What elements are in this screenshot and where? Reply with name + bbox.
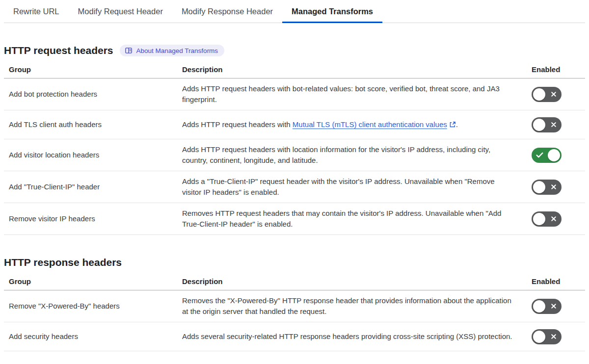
- group-cell: Remove visitor IP headers: [4, 203, 182, 235]
- row-add-tls-client-auth-headers: Add TLS client auth headers Adds HTTP re…: [4, 110, 585, 139]
- toggle-add-bot-protection-headers[interactable]: [532, 87, 562, 102]
- description-text: .: [456, 120, 458, 129]
- row-add-true-client-ip-header: Add "True-Client-IP" header Adds a "True…: [4, 171, 585, 203]
- toggle-add-visitor-location-headers[interactable]: [532, 148, 562, 163]
- tab-modify-request-header[interactable]: Modify Request Header: [69, 0, 172, 23]
- toggle-add-security-headers[interactable]: [532, 329, 562, 344]
- toggle-remove-x-powered-by-headers[interactable]: [532, 299, 562, 314]
- description-text: Adds HTTP request headers with: [182, 120, 293, 129]
- toggle-cell: [532, 78, 585, 110]
- tab-bar: Rewrite URLModify Request HeaderModify R…: [4, 0, 585, 23]
- toggle-cell: [532, 203, 585, 235]
- row-add-visitor-location-headers: Add visitor location headers Adds HTTP r…: [4, 139, 585, 171]
- managed-transforms-page: Rewrite URLModify Request HeaderModify R…: [0, 0, 589, 351]
- toggle-remove-visitor-ip-headers[interactable]: [532, 211, 562, 227]
- toggle-add-true-client-ip-header[interactable]: [532, 180, 562, 195]
- description-cell: Adds HTTP request headers with location …: [182, 139, 532, 171]
- group-cell: Add TLS client auth headers: [4, 110, 182, 139]
- group-cell: Add security headers: [4, 322, 182, 351]
- section-http-request-headers: HTTP request headers About Managed Trans…: [4, 44, 585, 235]
- x-icon: [550, 303, 557, 310]
- toggle-cell: [532, 290, 585, 322]
- x-icon: [550, 183, 557, 190]
- column-header-enabled: Enabled: [532, 269, 585, 290]
- description-cell: Adds several security-related HTTP respo…: [182, 322, 532, 351]
- group-cell: Add "True-Client-IP" header: [4, 171, 182, 203]
- row-remove-visitor-ip-headers: Remove visitor IP headers Removes HTTP r…: [4, 203, 585, 235]
- column-header-group: Group: [4, 269, 182, 290]
- toggle-knob: [533, 331, 545, 343]
- description-cell: Adds HTTP request headers with Mutual TL…: [182, 110, 532, 139]
- about-managed-transforms-badge[interactable]: About Managed Transforms: [120, 45, 225, 56]
- group-cell: Add visitor location headers: [4, 139, 182, 171]
- description-cell: Removes HTTP request headers that may co…: [182, 203, 532, 235]
- group-cell: Add bot protection headers: [4, 78, 182, 110]
- toggle-knob: [533, 119, 545, 131]
- x-icon: [550, 91, 557, 98]
- content: HTTP request headers About Managed Trans…: [4, 44, 585, 351]
- x-icon: [550, 121, 557, 128]
- description-link-mutual-tls-mtls-client-authentication-values[interactable]: Mutual TLS (mTLS) client authentication …: [293, 120, 456, 129]
- section-http-response-headers: HTTP response headers Group Description …: [4, 256, 585, 351]
- toggle-knob: [533, 213, 545, 225]
- headers-table: Group Description Enabled Add bot protec…: [4, 57, 585, 235]
- description-text: Removes HTTP request headers that may co…: [182, 209, 501, 228]
- toggle-cell: [532, 171, 585, 203]
- headers-table: Group Description Enabled Remove "X-Powe…: [4, 269, 585, 351]
- description-text: Removes the "X-Powered-By" HTTP response…: [182, 296, 511, 315]
- external-link-icon: [449, 121, 456, 128]
- column-header-description: Description: [182, 269, 532, 290]
- tab-managed-transforms[interactable]: Managed Transforms: [282, 0, 382, 23]
- toggle-knob: [533, 88, 545, 101]
- tab-rewrite-url[interactable]: Rewrite URL: [4, 0, 69, 23]
- section-title: HTTP response headers: [4, 256, 122, 269]
- toggle-add-tls-client-auth-headers[interactable]: [532, 117, 562, 132]
- row-remove-x-powered-by-headers: Remove "X-Powered-By" headers Removes th…: [4, 290, 585, 322]
- table-header-row: Group Description Enabled: [4, 57, 585, 78]
- row-add-security-headers: Add security headers Adds several securi…: [4, 322, 585, 351]
- row-add-bot-protection-headers: Add bot protection headers Adds HTTP req…: [4, 78, 585, 110]
- description-cell: Adds a "True-Client-IP" request header w…: [182, 171, 532, 203]
- description-text: Adds HTTP request headers with location …: [182, 145, 490, 164]
- x-icon: [550, 215, 557, 222]
- column-header-enabled: Enabled: [532, 57, 585, 78]
- description-text: Adds a "True-Client-IP" request header w…: [182, 177, 495, 196]
- section-header: HTTP response headers: [4, 256, 585, 269]
- link-label: Mutual TLS (mTLS) client authentication …: [293, 120, 447, 129]
- section-title: HTTP request headers: [4, 44, 113, 57]
- toggle-cell: [532, 139, 585, 171]
- column-header-group: Group: [4, 57, 182, 78]
- book-icon: [125, 47, 133, 54]
- group-cell: Remove "X-Powered-By" headers: [4, 290, 182, 322]
- toggle-knob: [548, 149, 560, 161]
- description-text: Adds HTTP request headers with bot-relat…: [182, 84, 500, 104]
- description-text: Adds several security-related HTTP respo…: [182, 332, 512, 340]
- description-cell: Removes the "X-Powered-By" HTTP response…: [182, 290, 532, 322]
- toggle-cell: [532, 322, 585, 351]
- toggle-knob: [533, 300, 545, 312]
- description-cell: Adds HTTP request headers with bot-relat…: [182, 78, 532, 110]
- table-header-row: Group Description Enabled: [4, 269, 585, 290]
- toggle-cell: [532, 110, 585, 139]
- badge-label: About Managed Transforms: [136, 47, 218, 54]
- check-icon: [536, 152, 543, 158]
- column-header-description: Description: [182, 57, 532, 78]
- toggle-knob: [533, 181, 545, 193]
- x-icon: [550, 333, 557, 340]
- section-header: HTTP request headers About Managed Trans…: [4, 44, 585, 57]
- tab-modify-response-header[interactable]: Modify Response Header: [172, 0, 282, 23]
